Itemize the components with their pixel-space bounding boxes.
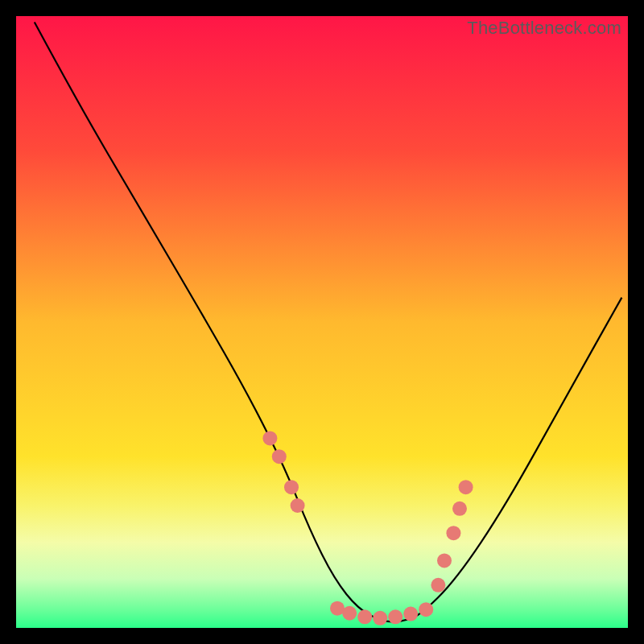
highlight-dot xyxy=(284,480,299,494)
bottleneck-chart xyxy=(16,16,628,628)
highlight-dot xyxy=(431,578,445,592)
highlight-dot xyxy=(419,602,433,617)
highlight-dot xyxy=(357,609,372,624)
highlight-dot xyxy=(272,449,287,464)
chart-frame: TheBottleneck.com xyxy=(16,16,628,628)
highlight-dot xyxy=(403,607,418,621)
highlight-dot xyxy=(291,498,305,513)
highlight-dot xyxy=(342,606,357,621)
highlight-dot xyxy=(452,502,467,516)
gradient-background xyxy=(16,16,628,628)
highlight-dot xyxy=(459,480,473,494)
highlight-dot xyxy=(262,431,277,445)
highlight-dot xyxy=(437,553,452,568)
watermark-text: TheBottleneck.com xyxy=(467,18,621,39)
highlight-dot xyxy=(388,609,402,624)
highlight-dot xyxy=(446,526,460,540)
highlight-dot xyxy=(373,611,387,625)
